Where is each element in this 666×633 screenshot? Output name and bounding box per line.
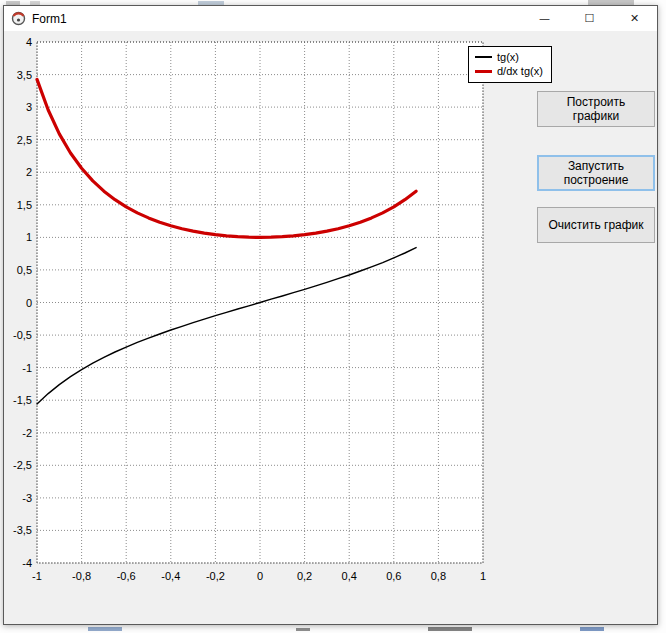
- svg-text:3: 3: [26, 101, 32, 113]
- chart-canvas: -1-0,8-0,6-0,4-0,200,20,40,60,8143,532,5…: [6, 36, 526, 591]
- title-bar: Form1 — ☐ ✕: [4, 6, 657, 31]
- svg-text:0,6: 0,6: [386, 570, 401, 582]
- start-plotting-button[interactable]: Запустить построение: [537, 155, 655, 191]
- svg-text:-4: -4: [22, 557, 32, 569]
- svg-text:-0,6: -0,6: [117, 570, 136, 582]
- svg-text:-0,5: -0,5: [13, 329, 32, 341]
- legend-label: d/dx tg(x): [497, 65, 543, 77]
- app-icon[interactable]: [11, 11, 26, 26]
- svg-text:-2,5: -2,5: [13, 459, 32, 471]
- chart-legend: tg(x)d/dx tg(x): [468, 46, 552, 83]
- legend-swatch: [475, 56, 492, 57]
- svg-text:1: 1: [26, 231, 32, 243]
- close-button[interactable]: ✕: [612, 6, 657, 31]
- svg-text:4: 4: [26, 36, 32, 48]
- screen-artifact: [88, 627, 122, 631]
- legend-label: tg(x): [497, 51, 519, 63]
- minimize-button[interactable]: —: [522, 6, 567, 31]
- clear-graph-button[interactable]: Очистить график: [537, 207, 655, 243]
- maximize-button[interactable]: ☐: [567, 6, 612, 31]
- svg-text:-2: -2: [22, 427, 32, 439]
- svg-text:1,5: 1,5: [17, 199, 32, 211]
- app-window: Form1 — ☐ ✕ -1-0,8-0,6-0,4-0,200,20,40,6…: [3, 5, 658, 625]
- svg-text:-0,4: -0,4: [161, 570, 180, 582]
- screen-artifact: [580, 627, 604, 631]
- svg-text:3,5: 3,5: [17, 69, 32, 81]
- screen-artifact: [428, 627, 472, 631]
- svg-text:-0,2: -0,2: [206, 570, 225, 582]
- svg-text:0: 0: [257, 570, 263, 582]
- svg-text:1: 1: [480, 570, 486, 582]
- svg-text:-0,8: -0,8: [72, 570, 91, 582]
- svg-text:0,5: 0,5: [17, 264, 32, 276]
- svg-text:-1: -1: [22, 362, 32, 374]
- svg-text:-1: -1: [32, 570, 42, 582]
- svg-text:2: 2: [26, 166, 32, 178]
- build-graphs-button[interactable]: Построить графики: [537, 91, 655, 127]
- svg-text:0,2: 0,2: [297, 570, 312, 582]
- legend-item: tg(x): [475, 50, 543, 64]
- svg-text:0,4: 0,4: [342, 570, 357, 582]
- screen-artifact: [296, 628, 310, 631]
- svg-text:-3: -3: [22, 492, 32, 504]
- window-controls: — ☐ ✕: [522, 6, 657, 31]
- legend-item: d/dx tg(x): [475, 64, 543, 78]
- svg-text:0: 0: [26, 297, 32, 309]
- svg-text:-3,5: -3,5: [13, 524, 32, 536]
- window-title: Form1: [32, 12, 67, 26]
- client-area: -1-0,8-0,6-0,4-0,200,20,40,60,8143,532,5…: [4, 31, 657, 624]
- svg-text:2,5: 2,5: [17, 134, 32, 146]
- legend-swatch: [475, 70, 492, 73]
- svg-text:0,8: 0,8: [431, 570, 446, 582]
- svg-text:-1,5: -1,5: [13, 394, 32, 406]
